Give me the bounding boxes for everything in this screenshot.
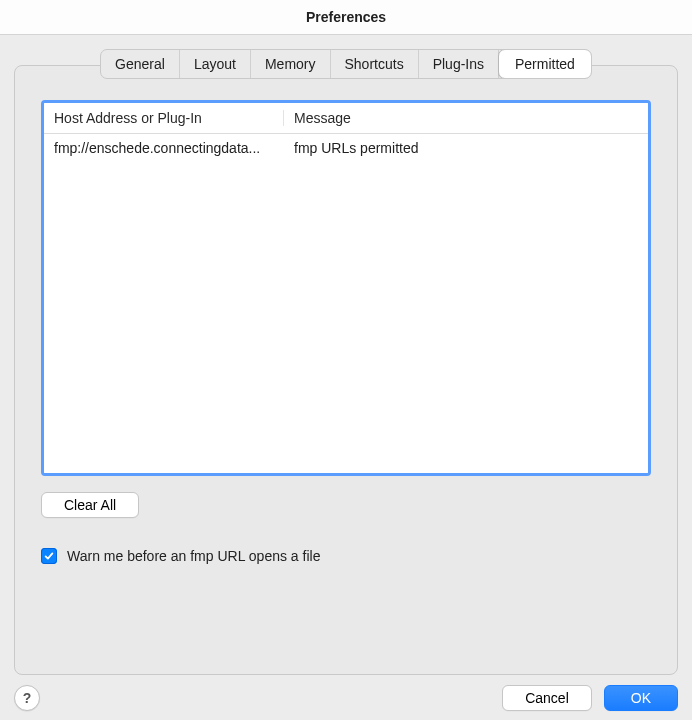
table-body[interactable]: fmp://enschede.connectingdata... fmp URL…	[44, 134, 648, 474]
cell-host: fmp://enschede.connectingdata...	[44, 140, 284, 156]
table-row[interactable]: fmp://enschede.connectingdata... fmp URL…	[44, 134, 648, 162]
tab-layout[interactable]: Layout	[180, 50, 251, 78]
cancel-button-label: Cancel	[525, 690, 569, 706]
cell-message: fmp URLs permitted	[284, 140, 648, 156]
tab-memory[interactable]: Memory	[251, 50, 331, 78]
content-area: General Layout Memory Shortcuts Plug-Ins…	[0, 35, 692, 720]
tabs-bar: General Layout Memory Shortcuts Plug-Ins…	[100, 49, 592, 79]
permitted-panel: Host Address or Plug-In Message fmp://en…	[14, 65, 678, 675]
tab-memory-label: Memory	[265, 56, 316, 72]
tab-layout-label: Layout	[194, 56, 236, 72]
window-title-text: Preferences	[306, 9, 386, 25]
ok-button-label: OK	[631, 690, 651, 706]
col-header-message[interactable]: Message	[284, 110, 648, 126]
tab-plugins-label: Plug-Ins	[433, 56, 484, 72]
help-button[interactable]: ?	[14, 685, 40, 711]
tab-general-label: General	[115, 56, 165, 72]
clear-all-button[interactable]: Clear All	[41, 492, 139, 518]
check-icon	[43, 550, 55, 562]
tab-permitted[interactable]: Permitted	[498, 49, 592, 79]
permitted-table[interactable]: Host Address or Plug-In Message fmp://en…	[41, 100, 651, 476]
warn-checkbox-row[interactable]: Warn me before an fmp URL opens a file	[41, 548, 651, 564]
warn-checkbox[interactable]	[41, 548, 57, 564]
footer: ? Cancel OK	[0, 685, 692, 711]
tab-permitted-label: Permitted	[515, 56, 575, 72]
table-header-row: Host Address or Plug-In Message	[44, 103, 648, 134]
help-icon: ?	[23, 690, 32, 706]
cancel-button[interactable]: Cancel	[502, 685, 592, 711]
tab-shortcuts-label: Shortcuts	[345, 56, 404, 72]
window-title: Preferences	[0, 0, 692, 35]
warn-checkbox-label: Warn me before an fmp URL opens a file	[67, 548, 320, 564]
ok-button[interactable]: OK	[604, 685, 678, 711]
tab-shortcuts[interactable]: Shortcuts	[331, 50, 419, 78]
col-header-host[interactable]: Host Address or Plug-In	[44, 110, 284, 126]
tab-plugins[interactable]: Plug-Ins	[419, 50, 499, 78]
clear-all-label: Clear All	[64, 497, 116, 513]
tab-general[interactable]: General	[101, 50, 180, 78]
